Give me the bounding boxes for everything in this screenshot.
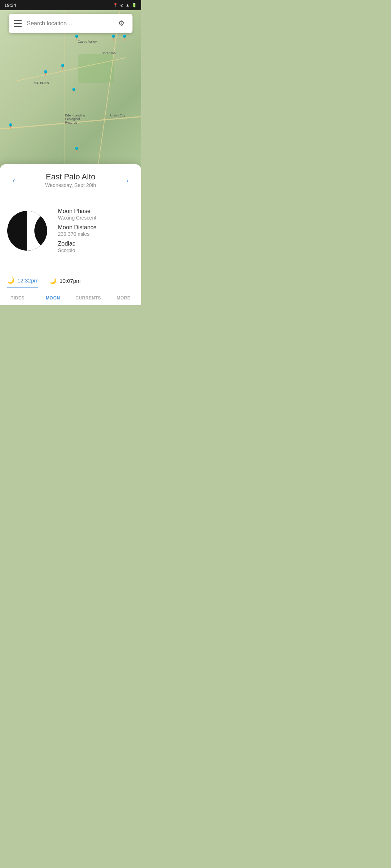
settings-button[interactable]: ⚙ [118, 19, 127, 28]
bottom-tabs: TIDES MOON CURRENTS MORE [0, 289, 141, 305]
zodiac-row: Zodiac Scorpio [58, 241, 134, 253]
location-date: Wednesday, Sept 20th [20, 182, 121, 188]
map-pin-3 [121, 34, 128, 42]
map-pin-4 [42, 69, 49, 77]
map-label-3: MT. EDEN [34, 81, 49, 85]
moon-distance-row: Moon Distance 239,370 miles [58, 224, 134, 237]
tab-moon[interactable]: MOON [35, 293, 71, 302]
map-pin-7 [7, 122, 14, 130]
location-header: ‹ East Palo Alto Wednesday, Sept 20th › [0, 164, 141, 191]
status-bar: 19:34 📍 ⊘ ▲ 🔋 [0, 0, 141, 10]
map-label-2: Sorenson [102, 51, 116, 55]
menu-button[interactable] [14, 20, 22, 27]
moon-phase-label: Moon Phase [58, 208, 134, 214]
moon-phase-graphic [7, 211, 47, 251]
prev-location-button[interactable]: ‹ [7, 174, 20, 187]
status-time: 19:34 [4, 3, 16, 8]
tab-moon-label: MOON [46, 295, 60, 301]
map-pin-2 [110, 34, 117, 42]
wifi-status-icon: ▲ [126, 3, 130, 7]
search-input[interactable] [27, 20, 118, 27]
moon-set-icon: 🌙 [49, 277, 56, 284]
status-icons: 📍 ⊘ ▲ 🔋 [113, 3, 137, 8]
moon-visual [7, 211, 51, 254]
location-name: East Palo Alto [20, 172, 121, 182]
tab-currents[interactable]: CURRENTS [71, 293, 106, 302]
tab-currents-label: CURRENTS [75, 295, 101, 301]
rise-time-text: 12:32pm [17, 277, 38, 284]
moon-info: Moon Phase Waxing Crescent Moon Distance… [58, 208, 134, 257]
time-selectors: 🌙 12:32pm 🌙 10:07pm [0, 274, 141, 289]
map-label-4: Eden LandingEcologicalReserve [65, 114, 85, 124]
moon-distance-value: 239,370 miles [58, 231, 134, 237]
moon-phase-value: Waxing Crescent [58, 215, 134, 221]
zodiac-label: Zodiac [58, 241, 134, 247]
bottom-sheet: ‹ East Palo Alto Wednesday, Sept 20th › … [0, 164, 141, 305]
tab-tides-label: TIDES [11, 295, 25, 301]
map-label-5: Union City [110, 114, 125, 117]
set-time-text: 10:07pm [59, 278, 80, 284]
tab-more[interactable]: MORE [106, 293, 142, 302]
map-pin-5 [59, 63, 66, 71]
map-pin-6 [71, 87, 77, 95]
dnd-status-icon: ⊘ [120, 3, 123, 8]
moon-phase-row: Moon Phase Waxing Crescent [58, 208, 134, 221]
moon-content: Moon Phase Waxing Crescent Moon Distance… [0, 191, 141, 274]
moon-distance-label: Moon Distance [58, 224, 134, 231]
zodiac-value: Scorpio [58, 247, 134, 253]
next-location-button[interactable]: › [121, 174, 134, 187]
map-label-1: Castro Valley [78, 40, 97, 43]
location-info: East Palo Alto Wednesday, Sept 20th [20, 172, 121, 188]
moon-rise-icon: 🌙 [7, 277, 14, 284]
battery-status-icon: 🔋 [132, 3, 137, 8]
location-status-icon: 📍 [113, 3, 118, 8]
map-pin-1 [73, 34, 80, 42]
set-time-selector[interactable]: 🌙 10:07pm [49, 277, 80, 288]
tab-more-label: MORE [117, 295, 130, 301]
map-park-feature [78, 54, 114, 83]
map-pin-8 [73, 146, 80, 154]
rise-time-selector[interactable]: 🌙 12:32pm [7, 277, 38, 288]
tab-tides[interactable]: TIDES [0, 293, 35, 302]
search-bar: ⚙ [9, 14, 133, 33]
